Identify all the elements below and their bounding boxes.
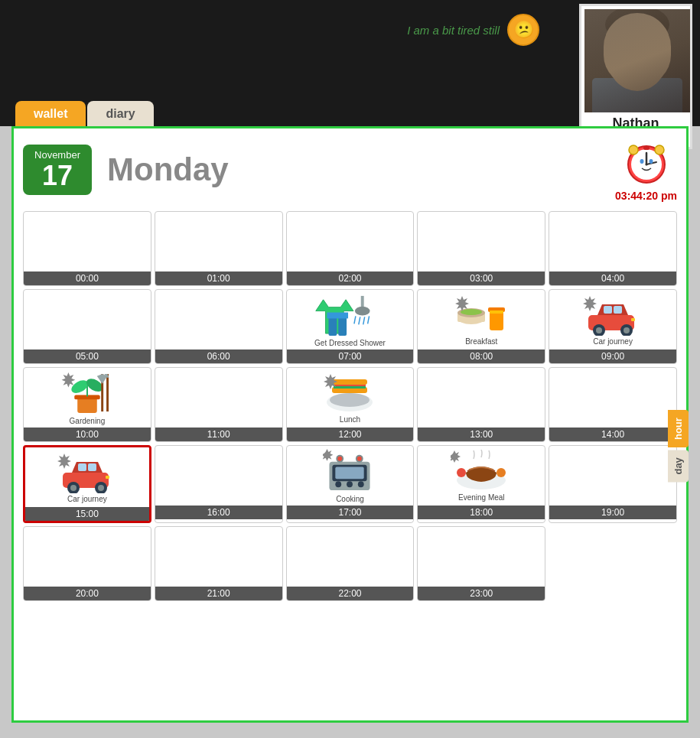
time-cell-0800[interactable]: Breakfast 08:00 (417, 289, 545, 364)
cell-empty (418, 527, 545, 587)
cell-empty (287, 527, 414, 587)
time-cell-1200[interactable]: Lunch 12:00 (286, 367, 415, 442)
svg-rect-5 (605, 32, 614, 63)
svg-point-64 (70, 485, 77, 491)
activity-label: Breakfast (465, 337, 497, 346)
calendar-grid: 00:0001:0002:0003:0004:0005:0006:00 G (23, 211, 677, 601)
svg-rect-20 (643, 146, 650, 150)
cell-time-label: 11:00 (155, 428, 282, 441)
time-cell-2100[interactable]: 21:00 (155, 526, 283, 601)
svg-point-66 (98, 485, 104, 491)
cell-time-label: 18:00 (418, 506, 545, 519)
cell-empty (549, 212, 676, 271)
day-number: 17 (32, 161, 83, 191)
time-cell-0000[interactable]: 00:00 (23, 211, 151, 286)
time-cell-0400[interactable]: 04:00 (549, 211, 677, 286)
status-emoji: 😕 (507, 14, 539, 46)
activity-label: Cooking (336, 495, 364, 503)
time-cell-0500[interactable]: 05:00 (23, 289, 151, 364)
cell-empty (287, 212, 414, 271)
cell-activity: Evening Meal (418, 446, 545, 506)
side-buttons: hour day (668, 410, 689, 482)
time-cell-1900[interactable]: 19:00 (549, 445, 677, 523)
time-cell-0200[interactable]: 02:00 (286, 211, 415, 286)
time-cell-2000[interactable]: 20:00 (23, 526, 151, 601)
time-cell-2300[interactable]: 23:00 (417, 526, 545, 601)
svg-rect-2 (625, 72, 650, 87)
time-cell-0600[interactable]: 06:00 (155, 289, 283, 364)
svg-line-31 (368, 316, 370, 323)
cell-time-label: 07:00 (287, 349, 414, 363)
tab-wallet[interactable]: wallet (15, 101, 86, 127)
day-button[interactable]: day (668, 450, 689, 482)
cell-time-label: 04:00 (549, 271, 676, 285)
svg-rect-0 (584, 9, 690, 112)
cell-empty (549, 446, 676, 506)
time-cell-0700[interactable]: Get Dressed Shower 07:00 (286, 289, 415, 364)
svg-point-11 (633, 60, 641, 66)
cell-time-label: 08:00 (418, 349, 545, 363)
svg-point-80 (497, 468, 506, 477)
time-cell-1300[interactable]: 13:00 (417, 367, 545, 442)
svg-point-3 (607, 22, 668, 91)
svg-point-18 (629, 145, 638, 154)
cell-time-label: 19:00 (549, 506, 676, 519)
time-cell-1400[interactable]: 14:00 (549, 367, 677, 442)
activity-label: Car journey (67, 495, 107, 503)
cell-empty (155, 527, 282, 587)
time-cell-1500[interactable]: Car journey 15:00 (23, 445, 151, 523)
cell-activity: Lunch (287, 368, 414, 428)
cell-empty (24, 212, 151, 271)
time-cell-2200[interactable]: 22:00 (286, 526, 415, 601)
cell-empty (418, 212, 545, 271)
cell-empty (155, 290, 282, 349)
svg-line-29 (359, 317, 360, 324)
svg-point-4 (605, 9, 669, 44)
svg-point-45 (623, 327, 630, 333)
time-cell-1600[interactable]: 16:00 (155, 445, 283, 523)
tab-diary[interactable]: diary (87, 101, 153, 127)
svg-rect-40 (604, 306, 612, 314)
cell-time-label: 21:00 (155, 587, 282, 600)
svg-point-43 (596, 327, 602, 333)
activity-label: Lunch (340, 415, 360, 424)
time-cell-0900[interactable]: Car journey 09:00 (549, 289, 677, 364)
svg-rect-41 (614, 306, 622, 314)
user-photo (584, 9, 690, 112)
activity-label: Gardening (70, 417, 106, 425)
cell-activity: Cooking (287, 446, 414, 506)
time-cell-0100[interactable]: 01:00 (155, 211, 283, 286)
cell-time-label: 12:00 (287, 428, 414, 441)
activity-label: Car journey (593, 337, 633, 346)
svg-rect-70 (336, 467, 364, 480)
user-photo-svg (584, 9, 690, 112)
svg-point-10 (648, 52, 653, 57)
month-label: November (32, 149, 83, 161)
hour-button[interactable]: hour (668, 410, 689, 447)
top-bar: I am a bit tired still 😕 (0, 0, 700, 126)
cell-time-label: 16:00 (155, 506, 282, 519)
svg-point-75 (336, 481, 342, 487)
time-cell-1700[interactable]: Cooking 17:00 (286, 445, 415, 523)
svg-rect-46 (631, 318, 635, 321)
time-cell-1000[interactable]: Gardening 10:00 (23, 367, 151, 442)
cell-empty (155, 368, 282, 428)
svg-rect-25 (327, 313, 349, 319)
svg-point-77 (358, 481, 364, 487)
cell-time-label: 14:00 (549, 428, 676, 441)
svg-rect-38 (490, 310, 503, 314)
calendar-header: November 17 Monday (23, 138, 677, 202)
time-cell-1800[interactable]: Evening Meal 18:00 (417, 445, 545, 523)
cell-time-label: 13:00 (418, 428, 545, 441)
svg-point-72 (338, 457, 343, 461)
svg-point-21 (640, 159, 643, 164)
cell-time-label: 06:00 (155, 349, 282, 363)
cell-empty (549, 368, 676, 428)
cell-time-label: 02:00 (287, 271, 414, 285)
svg-point-8 (645, 50, 654, 57)
svg-rect-67 (106, 476, 109, 479)
time-cell-1100[interactable]: 11:00 (155, 367, 283, 442)
status-text: I am a bit tired still (407, 24, 500, 37)
time-cell-0300[interactable]: 03:00 (417, 211, 545, 286)
day-name: Monday (107, 151, 615, 188)
